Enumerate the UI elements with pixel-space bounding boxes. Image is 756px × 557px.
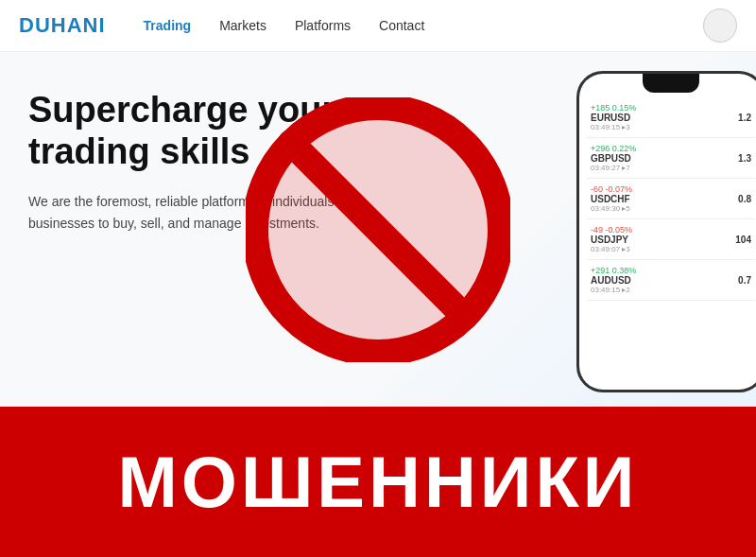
trading-row-4: -49 -0.05% USDJPY 03:49:07 ▸3 104 xyxy=(587,219,755,260)
trading-row-3: -60 -0.07% USDCHF 03:49:30 ▸5 0.8 xyxy=(587,179,755,219)
warning-text: МОШЕННИКИ xyxy=(118,441,639,523)
logo[interactable]: DUHANI xyxy=(19,13,106,38)
warning-banner: МОШЕННИКИ xyxy=(0,407,756,557)
phone-notch xyxy=(643,74,699,93)
trading-row-1: +185 0.15% EURUSD 03:49:15 ▸3 1.2 xyxy=(587,97,755,138)
trading-row-5: +291 0.38% AUDUSD 03:49:15 ▸2 0.7 xyxy=(587,260,755,301)
navbar: DUHANI Trading Markets Platforms Contact xyxy=(0,0,756,52)
phone-screen: +185 0.15% EURUSD 03:49:15 ▸3 1.2 +296 0… xyxy=(579,74,756,390)
nav-links: Trading Markets Platforms Contact xyxy=(144,17,425,34)
hero-subtitle: We are the foremost, reliable platform f… xyxy=(28,191,425,234)
nav-item-markets[interactable]: Markets xyxy=(219,17,266,34)
phone-mockup-area: +185 0.15% EURUSD 03:49:15 ▸3 1.2 +296 0… xyxy=(510,52,756,407)
nav-item-contact[interactable]: Contact xyxy=(379,17,424,34)
hero-content: Supercharge your trading skills We are t… xyxy=(28,90,425,234)
hero-title: Supercharge your trading skills xyxy=(28,90,425,172)
nav-item-trading[interactable]: Trading xyxy=(144,17,192,34)
nav-item-platforms[interactable]: Platforms xyxy=(295,17,351,34)
trading-row-2: +296 0.22% GBPUSD 03:49:27 ▸7 1.3 xyxy=(587,138,755,179)
phone-outer: +185 0.15% EURUSD 03:49:15 ▸3 1.2 +296 0… xyxy=(576,71,756,392)
nav-button[interactable] xyxy=(703,9,737,43)
